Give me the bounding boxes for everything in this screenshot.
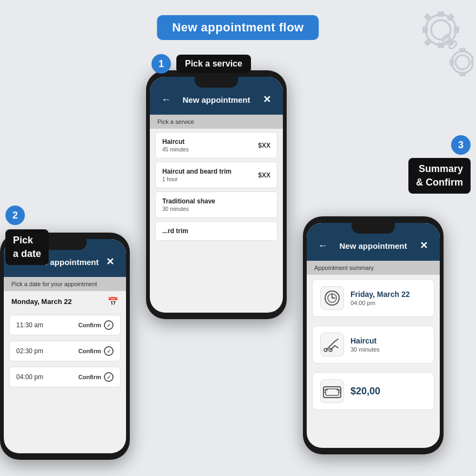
svg-line-23: [330, 346, 335, 350]
phone1-notch: [195, 77, 238, 88]
phone1-title: New appointment: [174, 95, 259, 104]
summary-date-title: Friday, March 22: [351, 290, 409, 299]
service-shave-duration: 30 minutes: [162, 206, 215, 212]
timeslot-0400-confirm-label: Confirm: [78, 374, 101, 380]
svg-rect-14: [449, 59, 454, 65]
svg-rect-2: [438, 11, 444, 17]
service-haircut-beard[interactable]: Haircut and beard trim 1 hour $XX: [155, 162, 277, 188]
service-haircut-name: Haircut: [162, 138, 189, 146]
step1-label: 1 Pick a service: [151, 54, 251, 74]
svg-rect-15: [471, 59, 473, 65]
step3-number: 3: [451, 135, 471, 155]
phone-pick-service: ← New appointment ✕ Pick a service Hairc…: [146, 70, 287, 319]
timeslot-0230-check[interactable]: ✓: [104, 346, 114, 356]
summary-haircut-title: Haircut: [351, 336, 380, 345]
page-title: New appointment flow: [157, 15, 319, 40]
service-haircut-beard-duration: 1 hour: [162, 176, 232, 182]
phone2-date: Monday, March 22 📅: [4, 291, 126, 312]
decorative-gears: [387, 3, 473, 89]
phone3-close-btn[interactable]: ✕: [416, 238, 431, 253]
phone1-close-btn[interactable]: ✕: [259, 92, 274, 107]
svg-rect-12: [459, 48, 466, 52]
svg-rect-6: [424, 13, 432, 22]
phone2-notch: [43, 239, 87, 250]
step2-number: 2: [5, 206, 25, 225]
phone-summary: ← New appointment ✕ Appointment summary …: [303, 216, 444, 454]
service-partial-name: ...rd trim: [162, 227, 188, 235]
summary-price-item: $20,00: [312, 372, 434, 410]
timeslot-0400-check[interactable]: ✓: [104, 372, 114, 382]
timeslot-1130-time: 11:30 am: [16, 321, 43, 329]
svg-rect-9: [424, 38, 432, 47]
svg-rect-5: [454, 27, 459, 33]
phone3-subheader: Appointment summary: [307, 261, 440, 275]
phone2-subheader: Pick a date for your appointment: [4, 277, 126, 291]
summary-price-title: $20,00: [351, 386, 380, 397]
step3-text: Summary& Confirm: [408, 158, 471, 194]
service-haircut-price: $XX: [258, 142, 270, 149]
service-haircut-beard-price: $XX: [258, 171, 270, 179]
step2-text: Picka date: [5, 229, 49, 265]
phone1-subheader: Pick a service: [150, 115, 283, 129]
calendar-icon[interactable]: 📅: [108, 296, 118, 307]
timeslot-1130[interactable]: 11:30 am Confirm ✓: [9, 315, 121, 335]
step1-number: 1: [151, 54, 171, 74]
summary-price-icon: [320, 379, 344, 403]
phone1-back-btn[interactable]: ←: [158, 92, 174, 107]
svg-rect-4: [422, 27, 428, 33]
timeslot-0230[interactable]: 02:30 pm Confirm ✓: [9, 341, 121, 361]
summary-date-item: Friday, March 22 04:00 pm: [312, 279, 434, 317]
step3-label: 3 Summary& Confirm: [408, 135, 471, 194]
service-shave[interactable]: Traditional shave 30 minutes: [155, 191, 277, 218]
summary-haircut-subtitle: 30 minutes: [351, 346, 380, 353]
summary-haircut-item: Haircut 30 minutes: [312, 326, 434, 363]
svg-line-27: [335, 346, 338, 348]
timeslot-1130-confirm-label: Confirm: [78, 322, 101, 328]
service-haircut-beard-name: Haircut and beard trim: [162, 168, 232, 175]
phone3-notch: [352, 223, 395, 234]
summary-date-icon: [320, 286, 344, 310]
service-shave-name: Traditional shave: [162, 197, 215, 205]
summary-date-subtitle: 04:00 pm: [351, 300, 409, 306]
timeslot-0400-time: 04:00 pm: [16, 373, 43, 381]
timeslot-0230-time: 02:30 pm: [16, 347, 43, 355]
svg-rect-13: [459, 72, 466, 76]
summary-haircut-icon: [320, 333, 344, 356]
service-haircut[interactable]: Haircut 45 minutes $XX: [155, 132, 277, 158]
timeslot-0230-confirm-label: Confirm: [78, 348, 101, 354]
step2-label: 2 Picka date: [5, 206, 49, 265]
service-haircut-duration: 45 minutes: [162, 147, 189, 153]
phone3-back-btn[interactable]: ←: [315, 238, 330, 253]
timeslot-1130-check[interactable]: ✓: [104, 320, 114, 330]
service-partial[interactable]: ...rd trim: [155, 221, 277, 241]
phone3-title: New appointment: [330, 241, 416, 250]
svg-point-1: [431, 20, 451, 39]
step1-text: Pick a service: [176, 55, 251, 73]
svg-line-26: [335, 339, 338, 341]
svg-rect-3: [438, 43, 444, 48]
svg-point-11: [455, 55, 470, 69]
phone-pick-date: ← New appointment ✕ Pick a date for your…: [0, 233, 130, 460]
phone2-close-btn[interactable]: ✕: [102, 254, 117, 269]
timeslot-0400[interactable]: 04:00 pm Confirm ✓: [9, 367, 121, 387]
